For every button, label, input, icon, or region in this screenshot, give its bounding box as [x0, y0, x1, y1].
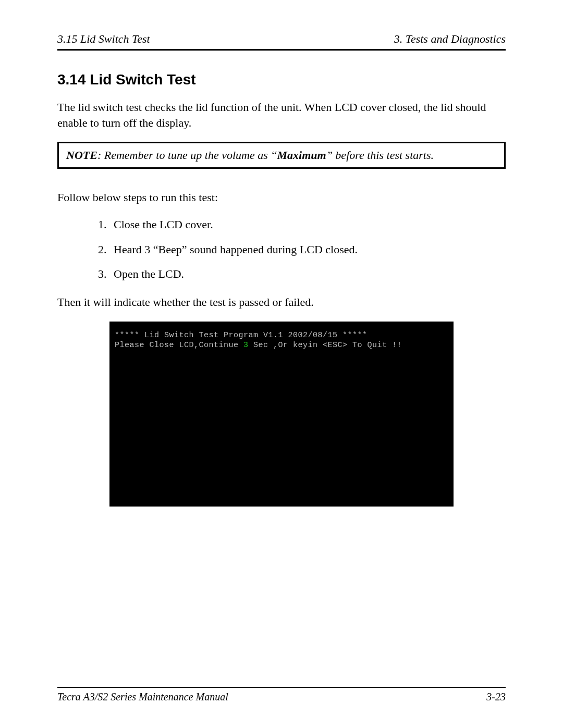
running-footer: Tecra A3/S2 Series Maintenance Manual 3-…	[57, 687, 506, 703]
header-rule	[57, 49, 506, 51]
result-line: Then it will indicate whether the test i…	[57, 294, 506, 310]
footer-rule	[57, 687, 506, 688]
steps-list: Close the LCD cover. Heard 3 “Beep” soun…	[57, 217, 506, 282]
note-label: NOTE	[66, 149, 97, 162]
note-text-before: : Remember to tune up the volume as “	[97, 149, 277, 162]
intro-paragraph: The lid switch test checks the lid funct…	[57, 100, 506, 130]
running-header: 3.15 Lid Switch Test 3. Tests and Diagno…	[57, 32, 506, 49]
section-heading: 3.14 Lid Switch Test	[57, 71, 506, 88]
note-bold-word: Maximum	[277, 149, 326, 162]
header-left: 3.15 Lid Switch Test	[57, 32, 150, 46]
terminal-countdown: 3	[243, 341, 249, 350]
header-right: 3. Tests and Diagnostics	[394, 32, 506, 46]
terminal-text: Please Close LCD,Continue	[115, 341, 243, 350]
follow-steps-intro: Follow below steps to run this test:	[57, 190, 506, 205]
footer-left: Tecra A3/S2 Series Maintenance Manual	[57, 691, 228, 703]
list-item: Open the LCD.	[109, 266, 506, 282]
terminal-line-1: ***** Lid Switch Test Program V1.1 2002/…	[115, 331, 448, 341]
terminal-line-2: Please Close LCD,Continue 3 Sec ,Or keyi…	[115, 341, 448, 351]
note-box: NOTE: Remember to tune up the volume as …	[57, 142, 506, 169]
list-item: Heard 3 “Beep” sound happened during LCD…	[109, 242, 506, 257]
terminal-screenshot: ***** Lid Switch Test Program V1.1 2002/…	[109, 322, 454, 507]
terminal-text: Sec ,Or keyin <ESC> To Quit !!	[249, 341, 402, 350]
footer-right: 3-23	[486, 691, 506, 703]
list-item: Close the LCD cover.	[109, 217, 506, 232]
note-text-after: ” before this test starts.	[326, 149, 434, 162]
document-page: 3.15 Lid Switch Test 3. Tests and Diagno…	[0, 0, 563, 728]
